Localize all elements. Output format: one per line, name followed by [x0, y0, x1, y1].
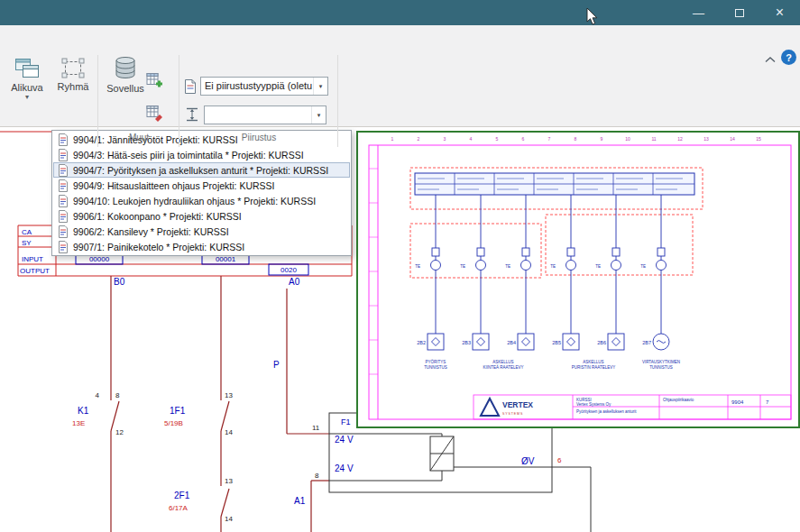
net-label-p: P	[273, 360, 280, 370]
sensor-caption: VIRTAUSKYTKIMEN	[642, 360, 680, 364]
titleblock-company: Vertex Systems Oy	[576, 402, 611, 407]
ruler-number: 6	[522, 136, 525, 142]
list-item-label: 9907/1: Painikekotelo * Projekti: KURSSI	[73, 242, 244, 252]
drawing-type-combo[interactable]: Ei piirustustyyppiä (oletu ▾	[200, 77, 328, 96]
drawing-type-value: Ei piirustustyyppiä (oletu	[201, 78, 313, 95]
list-item[interactable]: 9906/1: Kokoonpano * Projekti: KURSSI	[53, 208, 350, 224]
list-item[interactable]: 9904/10: Leukojen hydrauliikan ohjaus * …	[53, 193, 350, 208]
relay-label: TE	[415, 264, 420, 269]
list-item[interactable]: 9907/1: Painikekotelo * Projekti: KURSSI	[53, 239, 350, 254]
ryhma-button[interactable]: Ryhmä	[52, 58, 94, 92]
ruler-number: 7	[548, 136, 551, 142]
group-selection-icon	[61, 58, 85, 79]
pin-number: 8	[115, 391, 120, 399]
titlebar[interactable]: — ×	[0, 0, 800, 25]
drawing-page-icon	[58, 225, 69, 238]
ribbon-separator	[179, 55, 179, 147]
close-button[interactable]: ×	[759, 0, 800, 25]
drawing-preview[interactable]: 1 2 3 4 5 6 7 8 9 10 11 12 13 14 15	[356, 131, 800, 428]
psu-24v-in: 24 V	[335, 435, 354, 445]
ruler-number: 4	[470, 136, 473, 142]
input-value-1: 00000	[89, 255, 110, 263]
ruler-number: 8	[575, 136, 577, 142]
pin-number: 14	[225, 428, 233, 436]
scale-icon-button[interactable]	[185, 106, 199, 123]
input-value-2: 00001	[216, 255, 236, 263]
vertex-logo-subtext: S Y S T E M S	[502, 412, 523, 416]
terminal-band	[415, 173, 694, 195]
vertex-logo-text: VERTEX	[502, 400, 533, 409]
circuit-wires	[111, 276, 329, 532]
drawing-page-list: 9904/1: Jännitesyötöt Projekti: KURSSI 9…	[51, 130, 352, 256]
drawing-page-icon	[58, 179, 69, 192]
list-item-label: 9904/9: Hitsauslaitteen ohjaus Projekti:…	[73, 180, 275, 191]
minimize-button[interactable]: —	[678, 0, 719, 25]
sensor-id: 2B7	[642, 340, 651, 345]
net-label-b0: B0	[114, 277, 125, 287]
group-label-piirustus: Piirustus	[182, 133, 336, 142]
component-ref-a1: A1	[294, 496, 306, 506]
alikuva-label: Alikuva	[11, 82, 42, 93]
sensor-id: 2B2	[417, 340, 426, 345]
psu-24v-out: 24 V	[335, 463, 354, 473]
chevron-down-icon[interactable]: ▾	[311, 106, 326, 124]
ryhma-label: Ryhmä	[58, 81, 89, 92]
database-icon	[114, 56, 137, 81]
sensor-caption: TUNNISTUS	[649, 365, 673, 370]
ruler-number: 3	[444, 136, 446, 142]
sensor-caption: ASKELLUS	[583, 360, 603, 364]
drawing-page-icon	[58, 149, 69, 161]
xref-1f1: 5/19B	[164, 419, 183, 427]
ruler-number: 5	[496, 136, 499, 142]
drawing-page-icon	[58, 241, 69, 253]
collapse-ribbon-button[interactable]	[762, 53, 778, 66]
sensor-id: 2B4	[507, 340, 516, 345]
pin-number: 4	[96, 391, 100, 399]
sensor-id: 2B6	[597, 340, 606, 345]
titleblock-sheet-number: 7	[766, 399, 769, 405]
relay-label: TE	[640, 264, 646, 269]
help-icon: ?	[786, 52, 792, 63]
ribbon: Alikuva ▾ Ryhmä Sovellus	[0, 25, 800, 127]
list-item[interactable]: 9906/2: Kansilevy * Projekti: KURSSI	[53, 224, 350, 239]
psu-0v: ØV	[521, 456, 535, 466]
table-add-button[interactable]	[146, 72, 163, 89]
pin-number: 6	[557, 456, 562, 464]
chevron-down-icon[interactable]: ▾	[313, 78, 327, 95]
table-edit-button[interactable]	[146, 105, 163, 122]
chevron-up-icon	[764, 56, 777, 64]
ruler-number: 1	[391, 136, 394, 142]
list-item[interactable]: 9904/9: Hitsauslaitteen ohjaus Projekti:…	[53, 178, 350, 193]
pin-number: 14	[225, 515, 233, 523]
ruler-number: 14	[730, 136, 735, 142]
list-item-label: 9906/1: Kokoonpano * Projekti: KURSSI	[73, 211, 242, 222]
ruler-number: 15	[756, 136, 761, 142]
list-item-selected[interactable]: 9904/7: Pyörityksen ja askelluksen antur…	[53, 162, 350, 178]
sovellus-button[interactable]: Sovellus	[103, 56, 148, 94]
list-item[interactable]: 9904/3: Hätä-seis piiri ja toimintatila …	[53, 147, 350, 162]
ruler-number: 2	[418, 136, 420, 142]
page-icon	[183, 78, 198, 95]
component-ref-f1: F1	[341, 417, 351, 427]
alikuva-button[interactable]: Alikuva ▾	[5, 57, 49, 100]
pin-number: 8	[315, 472, 319, 480]
help-button[interactable]: ?	[781, 50, 796, 65]
list-item-label: 9904/7: Pyörityksen ja askelluksen antur…	[73, 165, 328, 176]
drawing-type-icon-button[interactable]	[183, 78, 198, 95]
titleblock-drawing-title: Pyörityksen ja askelluksen anturit	[576, 409, 637, 414]
titleblock-drawing-number: 9904	[731, 399, 744, 405]
sensor-id: 2B5	[552, 340, 561, 345]
list-item-label: 9904/10: Leukojen hydrauliikan ohjaus * …	[73, 196, 316, 206]
ruler-number: 9	[601, 136, 603, 142]
pin-number: 12	[115, 428, 124, 436]
ruler-number: 12	[677, 136, 683, 142]
preview-sheet: 1 2 3 4 5 6 7 8 9 10 11 12 13 14 15	[358, 133, 798, 427]
group-label-muut: Muut	[101, 133, 177, 142]
sensor-caption: PYÖRITYS	[426, 359, 446, 364]
component-ref-2f1: 2F1	[174, 491, 190, 500]
maximize-button[interactable]	[719, 0, 759, 25]
relay-label: TE	[505, 264, 510, 269]
scale-combo[interactable]: ▾	[204, 105, 326, 124]
ribbon-separator	[337, 55, 338, 147]
ruler-number: 11	[651, 136, 656, 142]
